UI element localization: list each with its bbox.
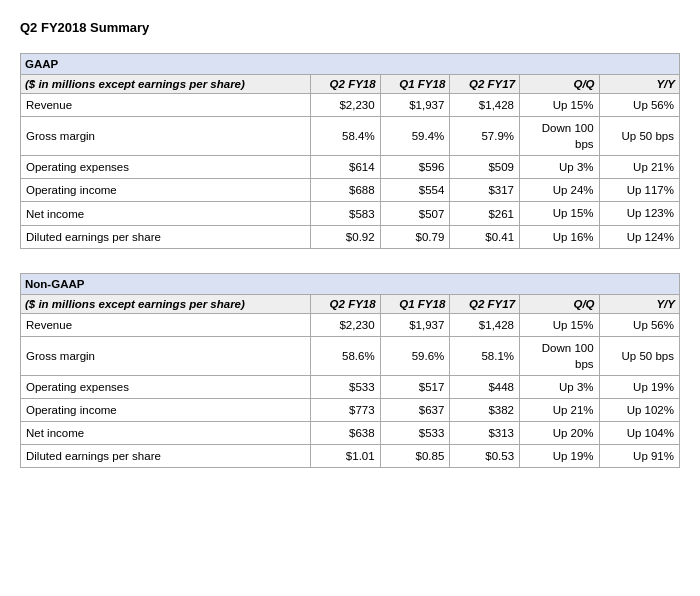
gaap-col-q2fy17: Q2 FY17 bbox=[450, 75, 520, 94]
nongaap-section-header: Non-GAAP bbox=[21, 273, 680, 294]
row-q2fy18: $2,230 bbox=[310, 94, 380, 117]
row-label: Operating expenses bbox=[21, 156, 311, 179]
row-q2fy17: $0.41 bbox=[450, 225, 520, 248]
row-q1fy18: $533 bbox=[380, 422, 450, 445]
row-qq: Up 15% bbox=[520, 202, 600, 225]
row-yy: Up 50 bps bbox=[599, 117, 679, 156]
table-row: Operating expenses $614 $596 $509 Up 3% … bbox=[21, 156, 680, 179]
row-q2fy18: 58.4% bbox=[310, 117, 380, 156]
row-q2fy17: $1,428 bbox=[450, 313, 520, 336]
row-q2fy18: $0.92 bbox=[310, 225, 380, 248]
row-q2fy18: 58.6% bbox=[310, 336, 380, 375]
row-q1fy18: $0.79 bbox=[380, 225, 450, 248]
row-q2fy18: $688 bbox=[310, 179, 380, 202]
row-qq: Up 3% bbox=[520, 375, 600, 398]
nongaap-section: Non-GAAP ($ in millions except earnings … bbox=[20, 273, 680, 469]
row-q2fy17: 57.9% bbox=[450, 117, 520, 156]
row-yy: Up 123% bbox=[599, 202, 679, 225]
row-q1fy18: $517 bbox=[380, 375, 450, 398]
row-label: Operating income bbox=[21, 399, 311, 422]
row-q2fy17: 58.1% bbox=[450, 336, 520, 375]
row-label: Operating expenses bbox=[21, 375, 311, 398]
row-label: Diluted earnings per share bbox=[21, 225, 311, 248]
table-row: Gross margin 58.6% 59.6% 58.1% Down 100b… bbox=[21, 336, 680, 375]
gaap-section: GAAP ($ in millions except earnings per … bbox=[20, 53, 680, 249]
row-q1fy18: $0.85 bbox=[380, 445, 450, 468]
row-q2fy18: $583 bbox=[310, 202, 380, 225]
row-yy: Up 117% bbox=[599, 179, 679, 202]
row-label: Gross margin bbox=[21, 336, 311, 375]
table-row: Operating income $773 $637 $382 Up 21% U… bbox=[21, 399, 680, 422]
row-q1fy18: 59.4% bbox=[380, 117, 450, 156]
row-q2fy18: $2,230 bbox=[310, 313, 380, 336]
row-q2fy17: $0.53 bbox=[450, 445, 520, 468]
row-q2fy17: $1,428 bbox=[450, 94, 520, 117]
row-yy: Up 102% bbox=[599, 399, 679, 422]
nongaap-col-q1fy18: Q1 FY18 bbox=[380, 294, 450, 313]
table-row: Revenue $2,230 $1,937 $1,428 Up 15% Up 5… bbox=[21, 313, 680, 336]
row-q2fy17: $317 bbox=[450, 179, 520, 202]
table-row: Operating income $688 $554 $317 Up 24% U… bbox=[21, 179, 680, 202]
row-q2fy18: $533 bbox=[310, 375, 380, 398]
row-q2fy18: $773 bbox=[310, 399, 380, 422]
row-q1fy18: $1,937 bbox=[380, 94, 450, 117]
nongaap-col-header: ($ in millions except earnings per share… bbox=[21, 294, 680, 313]
row-qq: Down 100bps bbox=[520, 336, 600, 375]
gaap-col-q2fy18: Q2 FY18 bbox=[310, 75, 380, 94]
row-qq: Up 20% bbox=[520, 422, 600, 445]
row-yy: Up 104% bbox=[599, 422, 679, 445]
table-row: Gross margin 58.4% 59.4% 57.9% Down 100b… bbox=[21, 117, 680, 156]
table-row: Operating expenses $533 $517 $448 Up 3% … bbox=[21, 375, 680, 398]
row-qq: Up 15% bbox=[520, 313, 600, 336]
gaap-col-header: ($ in millions except earnings per share… bbox=[21, 75, 680, 94]
row-qq: Up 24% bbox=[520, 179, 600, 202]
row-q2fy17: $509 bbox=[450, 156, 520, 179]
row-q2fy17: $261 bbox=[450, 202, 520, 225]
table-row: Revenue $2,230 $1,937 $1,428 Up 15% Up 5… bbox=[21, 94, 680, 117]
row-label: Gross margin bbox=[21, 117, 311, 156]
row-q2fy18: $638 bbox=[310, 422, 380, 445]
gaap-col-qq: Q/Q bbox=[520, 75, 600, 94]
nongaap-col-q2fy18: Q2 FY18 bbox=[310, 294, 380, 313]
page-title: Q2 FY2018 Summary bbox=[20, 20, 680, 35]
row-yy: Up 21% bbox=[599, 156, 679, 179]
nongaap-label: Non-GAAP bbox=[21, 273, 680, 294]
row-qq: Up 16% bbox=[520, 225, 600, 248]
nongaap-row-label-header: ($ in millions except earnings per share… bbox=[21, 294, 311, 313]
gaap-table: GAAP ($ in millions except earnings per … bbox=[20, 53, 680, 249]
row-qq: Up 21% bbox=[520, 399, 600, 422]
row-q1fy18: $1,937 bbox=[380, 313, 450, 336]
row-label: Diluted earnings per share bbox=[21, 445, 311, 468]
gaap-col-q1fy18: Q1 FY18 bbox=[380, 75, 450, 94]
row-q2fy17: $448 bbox=[450, 375, 520, 398]
row-q1fy18: $637 bbox=[380, 399, 450, 422]
table-row: Diluted earnings per share $0.92 $0.79 $… bbox=[21, 225, 680, 248]
nongaap-col-qq: Q/Q bbox=[520, 294, 600, 313]
row-label: Operating income bbox=[21, 179, 311, 202]
row-q1fy18: $554 bbox=[380, 179, 450, 202]
row-q1fy18: $596 bbox=[380, 156, 450, 179]
row-yy: Up 50 bps bbox=[599, 336, 679, 375]
row-q2fy17: $313 bbox=[450, 422, 520, 445]
row-label: Net income bbox=[21, 422, 311, 445]
row-qq: Up 15% bbox=[520, 94, 600, 117]
table-row: Diluted earnings per share $1.01 $0.85 $… bbox=[21, 445, 680, 468]
row-label: Revenue bbox=[21, 313, 311, 336]
row-qq: Up 3% bbox=[520, 156, 600, 179]
table-row: Net income $583 $507 $261 Up 15% Up 123% bbox=[21, 202, 680, 225]
row-yy: Up 91% bbox=[599, 445, 679, 468]
row-qq: Down 100bps bbox=[520, 117, 600, 156]
row-yy: Up 56% bbox=[599, 94, 679, 117]
gaap-col-yy: Y/Y bbox=[599, 75, 679, 94]
row-q1fy18: 59.6% bbox=[380, 336, 450, 375]
nongaap-col-q2fy17: Q2 FY17 bbox=[450, 294, 520, 313]
row-q2fy18: $1.01 bbox=[310, 445, 380, 468]
row-q2fy18: $614 bbox=[310, 156, 380, 179]
row-yy: Up 124% bbox=[599, 225, 679, 248]
table-row: Net income $638 $533 $313 Up 20% Up 104% bbox=[21, 422, 680, 445]
nongaap-col-yy: Y/Y bbox=[599, 294, 679, 313]
row-label: Revenue bbox=[21, 94, 311, 117]
row-yy: Up 19% bbox=[599, 375, 679, 398]
row-q1fy18: $507 bbox=[380, 202, 450, 225]
row-q2fy17: $382 bbox=[450, 399, 520, 422]
